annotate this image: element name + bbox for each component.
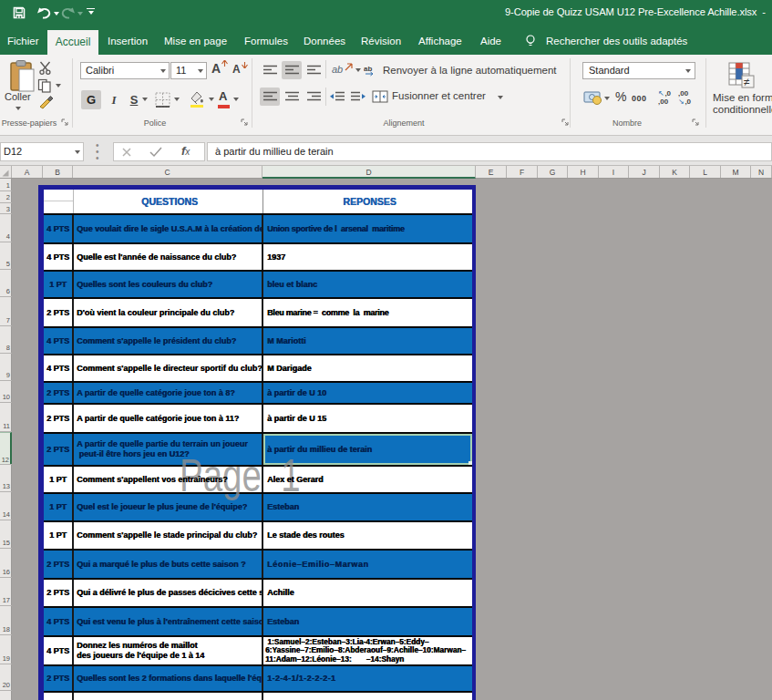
svg-text:ab: ab — [332, 64, 343, 75]
svg-text:ab: ab — [364, 65, 372, 73]
svg-text:≠: ≠ — [744, 76, 750, 88]
